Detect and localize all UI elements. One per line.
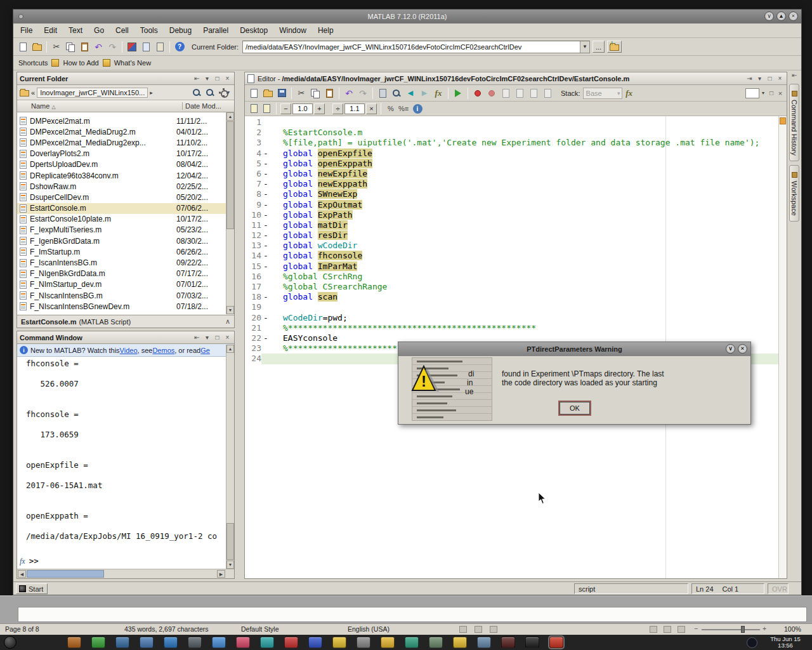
taskbar-app-icon[interactable] <box>429 637 443 648</box>
multiply-value-button[interactable]: × <box>366 103 377 114</box>
taskbar-app-icon[interactable] <box>260 637 274 648</box>
redo-button[interactable]: ↷ <box>105 40 119 54</box>
file-list-scrollbar[interactable]: ▲ ▼ <box>226 112 234 314</box>
file-row[interactable]: F_IscanIntensBG.m09/22/2... <box>17 257 226 268</box>
go-back-button[interactable]: ◀ <box>403 86 417 100</box>
dialog-title-bar[interactable]: PTdirectParameters Warning ∨ × <box>398 342 750 356</box>
taskbar-app-icon[interactable] <box>405 637 419 648</box>
dialog-close-icon[interactable]: × <box>738 344 747 354</box>
paste-button[interactable] <box>322 86 336 100</box>
taskbar-menu-icon[interactable] <box>4 636 16 649</box>
find-button[interactable] <box>390 86 403 100</box>
zoom-slider-thumb[interactable] <box>741 626 745 633</box>
zoom-in-icon[interactable]: + <box>763 625 766 632</box>
taskbar-app-icon[interactable] <box>477 637 491 648</box>
file-row[interactable]: DoverlayPlots2.m10/17/2... <box>17 149 226 159</box>
insert-cell-button[interactable] <box>248 102 259 116</box>
command-prompt-row[interactable]: fx >> <box>26 556 39 566</box>
dock-left-icon[interactable]: ⇤ <box>789 72 801 82</box>
title-bar[interactable]: MATLAB 7.12.0 (R2011a) ∨ ▲ × <box>13 10 801 23</box>
guide-button[interactable] <box>139 40 153 54</box>
set-breakpoint-button[interactable] <box>471 86 485 100</box>
menu-item-debug[interactable]: Debug <box>164 24 197 37</box>
minimize-icon[interactable]: ∨ <box>764 11 774 21</box>
window-menu-icon[interactable] <box>18 14 23 19</box>
taskbar-app-icon[interactable] <box>188 637 202 648</box>
file-row[interactable]: DshowRaw.m02/25/2... <box>17 181 226 192</box>
copy-button[interactable] <box>63 40 77 54</box>
menu-item-help[interactable]: Help <box>312 24 339 37</box>
document-modified-icon[interactable] <box>475 626 482 633</box>
run-button[interactable] <box>451 86 465 100</box>
cut-button[interactable]: ✂ <box>49 40 63 54</box>
search-button[interactable] <box>191 86 202 100</box>
go-forward-button[interactable]: ▶ <box>417 86 431 100</box>
panel-menu-icon[interactable]: ▾ <box>203 334 211 341</box>
paragraph-style[interactable]: Default Style <box>241 625 279 633</box>
taskbar-app-icon[interactable] <box>91 637 105 648</box>
cell-info-button[interactable]: i <box>410 102 424 116</box>
function-hints-button[interactable]: fx <box>622 86 636 100</box>
panel-maximize-icon[interactable]: □ <box>766 75 774 82</box>
taskbar-app-icon[interactable] <box>164 637 178 648</box>
panel-close-icon[interactable]: × <box>776 75 784 82</box>
panel-close-icon[interactable]: × <box>223 75 232 82</box>
collapse-detail-icon[interactable]: ∧ <box>225 317 230 326</box>
file-row[interactable]: DpertsUploadDev.m08/04/2... <box>17 159 226 170</box>
start-button[interactable]: Start <box>16 583 48 594</box>
step-in-button[interactable] <box>513 86 527 100</box>
breadcrumb-expand-icon[interactable]: ▸ <box>150 90 153 96</box>
clock[interactable]: Thu Jun 15 13:56 <box>763 636 808 649</box>
wrap-comments-button[interactable]: % <box>385 102 396 116</box>
command-window-header[interactable]: Command Window ⇤ ▾ □ × <box>17 331 234 344</box>
file-row[interactable]: F_ImStartup.m06/26/2... <box>17 246 226 257</box>
scroll-down-icon[interactable]: ▼ <box>226 306 234 314</box>
dock-left-icon[interactable]: ⇤ <box>193 75 201 82</box>
zoom-slider[interactable] <box>702 629 760 630</box>
decrement-value-button[interactable]: − <box>280 103 291 114</box>
breadcrumb[interactable]: InovImager_jwrCF_WINLinx150... <box>37 88 148 98</box>
menu-item-tools[interactable]: Tools <box>134 24 164 37</box>
taskbar-app-icon[interactable] <box>67 637 81 648</box>
current-folder-header[interactable]: Current Folder ⇤ ▾ □ × <box>17 72 234 85</box>
file-list-column-header[interactable]: Name △ Date Mod... <box>17 100 234 112</box>
stack-dropdown[interactable]: Base <box>583 88 622 99</box>
file-list[interactable]: DMPexcel2mat.m11/11/2...DMPexcel2mat_Med… <box>17 112 226 314</box>
split-view-button[interactable] <box>745 88 759 98</box>
menu-item-text[interactable]: Text <box>63 24 88 37</box>
close-editor-button[interactable]: × <box>776 86 785 100</box>
taskbar-app-icon[interactable] <box>332 637 346 648</box>
file-row[interactable]: EstartConsole.m07/06/2... <box>17 203 226 214</box>
taskbar-app-icon[interactable] <box>525 637 539 648</box>
shortcut-whats-new[interactable]: What's New <box>114 59 151 67</box>
scrollbar-thumb[interactable] <box>226 523 234 560</box>
dock-right-icon[interactable]: ⇥ <box>745 75 754 82</box>
increment-value-button[interactable]: + <box>314 103 325 114</box>
close-icon[interactable]: × <box>789 11 798 21</box>
clear-breakpoints-button[interactable] <box>485 86 499 100</box>
taskbar-app-icon[interactable] <box>501 637 515 648</box>
taskbar-app-icon[interactable] <box>236 637 250 648</box>
menu-item-go[interactable]: Go <box>88 24 110 37</box>
selection-mode-icon[interactable] <box>459 626 467 633</box>
new-script-button[interactable] <box>247 86 261 100</box>
single-page-view-icon[interactable] <box>650 626 657 633</box>
file-row[interactable]: F_NIscanIntensBG.m07/03/2... <box>17 290 226 301</box>
continue-button[interactable] <box>540 86 554 100</box>
function-browser-button[interactable]: fx <box>431 86 445 100</box>
step-out-button[interactable] <box>527 86 540 100</box>
multi-page-view-icon[interactable] <box>664 626 671 633</box>
taskbar-app-icon[interactable] <box>381 637 395 648</box>
actions-button[interactable]: ▾ <box>218 86 232 100</box>
tray-icon[interactable] <box>747 637 757 648</box>
browse-folder-button[interactable]: ... <box>593 41 605 53</box>
text-language[interactable]: English (USA) <box>348 625 390 633</box>
editor-marker-bar[interactable] <box>778 116 787 578</box>
menu-item-window[interactable]: Window <box>273 24 312 37</box>
zoom-level[interactable]: 100% <box>784 625 801 633</box>
column-date[interactable]: Date Mod... <box>182 102 234 110</box>
word-count[interactable]: 435 words, 2,697 characters <box>124 625 209 633</box>
value-factor-input[interactable]: 1.1 <box>344 103 365 114</box>
command-window-hscrollbar[interactable]: ◀ ▶ <box>17 569 234 578</box>
cell-options-button[interactable] <box>261 102 272 116</box>
